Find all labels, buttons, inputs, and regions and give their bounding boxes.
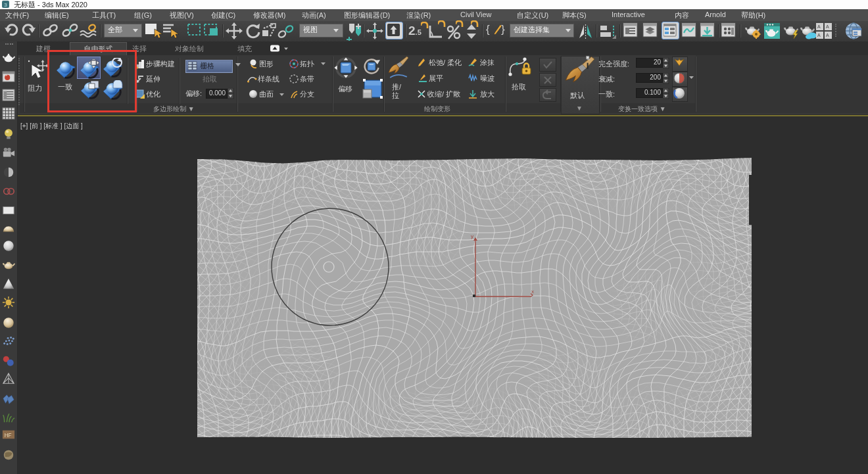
svg-text:x: x xyxy=(531,289,534,295)
svg-text:A: A xyxy=(817,24,821,29)
svg-text:3: 3 xyxy=(4,2,7,8)
svg-text:HF: HF xyxy=(5,433,12,438)
svg-text:y: y xyxy=(471,233,473,239)
svg-text:A: A xyxy=(817,33,821,37)
svg-text:A: A xyxy=(826,33,829,37)
svg-text:A: A xyxy=(826,24,829,29)
